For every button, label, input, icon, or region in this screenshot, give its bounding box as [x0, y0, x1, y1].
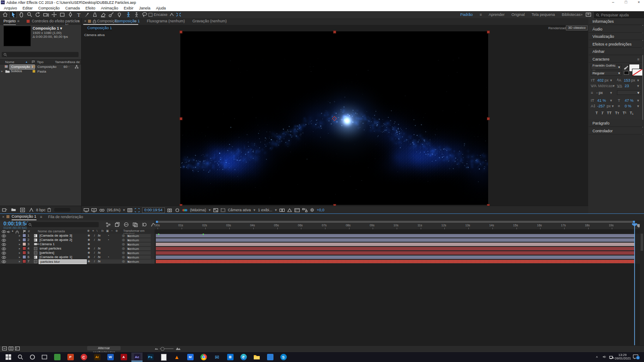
keyframe-marker[interactable]	[158, 234, 159, 235]
layer-visibility-icon[interactable]	[2, 252, 6, 255]
parent-select[interactable]: Nenhum▾	[127, 247, 151, 250]
viewer-panel-menu-icon[interactable]: ≡	[134, 19, 136, 23]
tray-clock[interactable]: 13:29 09/01/2021	[615, 353, 630, 360]
tray-network-icon[interactable]	[609, 355, 614, 359]
kerning-value[interactable]: Métricas	[598, 84, 613, 88]
flowchart-button-icon[interactable]	[302, 208, 307, 212]
tool-selection[interactable]	[10, 12, 16, 18]
panel-para-grafo-header[interactable]: Parágrafo	[589, 120, 643, 127]
taskbar-mail-icon[interactable]: ✉	[211, 353, 222, 362]
parent-select[interactable]: Nenhum▾	[127, 234, 151, 237]
lock-icon[interactable]	[93, 19, 96, 23]
region-of-interest-icon[interactable]	[135, 208, 140, 212]
interpret-footage-icon[interactable]	[2, 208, 7, 212]
layer-name[interactable]: particles blur	[39, 259, 87, 264]
taskbar-camera-app-icon[interactable]	[52, 353, 63, 362]
tool-eraser[interactable]	[100, 12, 106, 18]
tab-fluxograma[interactable]: Fluxograma (nenhum)	[147, 19, 185, 23]
tray-chevron-icon[interactable]: ˄	[596, 355, 598, 359]
layer-visibility-icon[interactable]	[2, 234, 6, 237]
layer-name[interactable]: [Camada de ajuste 2]	[39, 238, 72, 242]
viewer-tab-close-icon[interactable]: ×	[84, 19, 86, 23]
trash-icon[interactable]	[47, 207, 51, 212]
motion-blur-header-icon[interactable]: ◔	[111, 229, 112, 232]
parent-pickwhip-icon[interactable]: ◎	[122, 242, 125, 246]
layer-visibility-icon[interactable]	[2, 247, 6, 250]
shy-switch[interactable]: ❋	[88, 259, 90, 264]
tracking-dropdown-icon[interactable]: ▾	[637, 84, 639, 88]
project-col-tamanho[interactable]: Tamanho	[55, 60, 69, 64]
tool-clone-stamp[interactable]	[91, 12, 98, 18]
pixel-aspect-icon[interactable]	[279, 208, 285, 212]
tool-axis-local[interactable]	[125, 12, 131, 18]
view-layout-arrow[interactable]: ▾	[275, 208, 277, 212]
project-row[interactable]: Composição 1Composição60	[0, 64, 81, 69]
layer-twirl-icon[interactable]: ▸	[19, 246, 21, 251]
primary-viewer-icon[interactable]	[91, 208, 97, 212]
fx-switch[interactable]: fx	[98, 238, 100, 242]
magnification-icon[interactable]	[99, 208, 104, 212]
tool-type[interactable]: T	[75, 12, 82, 18]
transparency-grid-icon[interactable]	[213, 208, 218, 212]
layer-duration-bar[interactable]	[156, 247, 635, 250]
label-chip[interactable]	[33, 70, 35, 73]
navigator-left-cap[interactable]	[156, 221, 158, 223]
new-folder-icon[interactable]	[11, 208, 16, 211]
layer-name[interactable]: [Camada de ajuste 3]	[39, 234, 72, 238]
parent-pickwhip-icon[interactable]: ◎	[122, 234, 125, 238]
tool-lasso[interactable]	[141, 12, 148, 18]
tool-unified-camera[interactable]	[43, 12, 49, 18]
roi2-icon[interactable]	[221, 208, 225, 212]
keyframe-marker[interactable]	[203, 234, 204, 235]
menu-camada[interactable]: Camada	[65, 6, 80, 10]
exposure-value[interactable]: +0,0	[317, 208, 325, 212]
always-preview-icon[interactable]	[84, 208, 89, 212]
stroke-style-select[interactable]: ▾	[617, 90, 641, 95]
twirl-icon[interactable]: ▸	[1, 70, 3, 73]
tsume-value[interactable]: 0 %	[625, 104, 632, 108]
tab-gravacao[interactable]: Gravação (nenhum)	[192, 19, 227, 23]
fast-previews-icon[interactable]	[287, 208, 292, 212]
maximize-button[interactable]: □	[623, 0, 629, 4]
tool-home[interactable]	[2, 12, 8, 18]
vertical-scale-value[interactable]: 41 %	[597, 98, 606, 103]
workspace-padra-o[interactable]: Padrão	[460, 12, 473, 17]
taskbar-chrome-icon[interactable]	[198, 353, 209, 362]
label-chip[interactable]	[22, 251, 26, 255]
menu-editar[interactable]: Editar	[23, 6, 33, 10]
quality-switch[interactable]: /	[94, 259, 95, 264]
shy-switch[interactable]: ❋	[88, 242, 90, 246]
view-layout-select[interactable]: 1 exibi...	[258, 208, 273, 212]
shy-switch[interactable]: ❋	[88, 234, 90, 238]
parent-pickwhip-icon[interactable]: ◎	[122, 251, 125, 255]
snapshot-icon[interactable]	[167, 208, 173, 212]
frame-blend-header-icon[interactable]: ▣	[106, 229, 109, 233]
collapse-header-icon[interactable]: ✶	[92, 229, 94, 233]
parent-pickwhip-icon[interactable]: ◎	[122, 246, 125, 251]
taskbar-skype-icon[interactable]: S	[278, 353, 289, 362]
zoom-select[interactable]: (95,6%)	[107, 208, 121, 212]
panel-efeitos-e-predefinic-o-es-header[interactable]: Efeitos e predefinições	[589, 41, 643, 48]
timeline-tab-render-queue[interactable]: Fila de renderização	[48, 215, 83, 219]
expand-modes-icon[interactable]	[9, 347, 13, 350]
taskbar-ccleaner-icon[interactable]: C	[78, 353, 89, 362]
timeline-tab-comp[interactable]: Composição 1	[12, 214, 36, 220]
panel-alinhar-header[interactable]: Alinhar	[589, 48, 643, 55]
menu-efeito[interactable]: Efeito	[85, 6, 95, 10]
taskbar-notepad-icon[interactable]	[158, 353, 169, 362]
layer-visibility-icon[interactable]	[2, 239, 6, 242]
timeline-panel-menu-icon[interactable]: ≡	[40, 215, 42, 219]
tracking-value[interactable]: 23	[625, 84, 629, 88]
taskbar-task-view-icon[interactable]	[39, 353, 50, 362]
fx-switch[interactable]: fx	[98, 234, 100, 238]
motion-blur-switch[interactable]: ◔	[107, 238, 109, 242]
project-settings-icon[interactable]	[29, 208, 33, 212]
label-chip[interactable]	[22, 255, 26, 259]
workspace-bibliotecas[interactable]: Bibliotecas	[562, 12, 580, 17]
leading-value[interactable]: 153	[624, 78, 630, 82]
quality-switch[interactable]: /	[94, 246, 95, 251]
stroke-color-swatch[interactable]	[632, 69, 643, 76]
layer-duration-bar[interactable]	[156, 251, 635, 255]
timeline-search-input[interactable]	[27, 222, 99, 227]
superscript-button[interactable]: T¹	[623, 111, 626, 115]
